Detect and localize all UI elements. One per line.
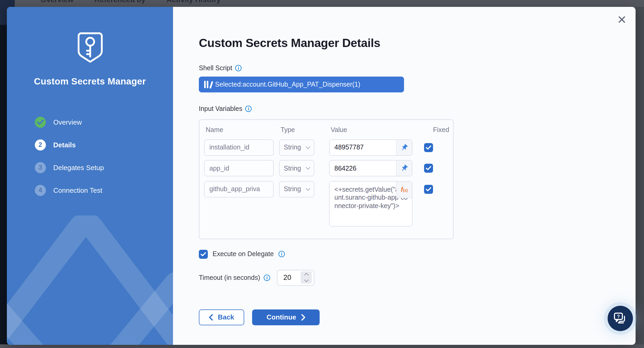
info-icon[interactable]: i [235,65,242,71]
variable-name-input[interactable]: github_app_priva [204,181,274,197]
sidebar-title: Custom Secrets Manager [7,76,173,87]
variable-value-input[interactable]: 48957787 [330,140,396,155]
timeout-row: Timeout (in seconds) i 20 [199,270,636,285]
tab-activity-history[interactable]: Activity History [167,0,221,4]
tab-referenced-by[interactable]: Referenced by [95,0,146,4]
shield-key-icon [74,31,106,64]
execute-on-delegate-label: Execute on Delegate [213,250,274,258]
step-label: Details [53,141,76,149]
step-number-badge: 4 [35,185,46,196]
variable-value-group: <+secrets.getValue("account.suranc-githu… [329,181,412,226]
step-complete-check-icon [35,116,46,128]
number-stepper[interactable] [301,271,312,284]
variable-value-input[interactable]: 864226 [330,161,396,176]
variable-type-select[interactable]: String [279,181,314,197]
shell-script-selected-value: Selected:account.GitHub_App_PAT_Dispense… [215,81,361,88]
background-bottom-bar [0,344,644,348]
help-chat-button[interactable]: ? [608,306,633,331]
timeout-label: Timeout (in seconds) [199,274,260,281]
tab-overview[interactable]: Overview [41,0,74,4]
step-label: Overview [53,118,82,126]
variable-type-select[interactable]: String [279,139,314,156]
table-row: installation_id String 48957787 [204,139,448,156]
svg-text:?: ? [617,314,620,319]
timeout-value: 20 [283,274,291,281]
step-label: Delegates Setup [53,163,104,171]
wizard-steps: Overview 2 Details 3 Delegates Setup 4 C… [35,116,173,196]
type-select-value: String [284,185,301,193]
type-select-value: String [284,164,301,172]
step-delegates-setup[interactable]: 3 Delegates Setup [35,162,173,173]
app-root: Overview Referenced by Activity History … [0,0,644,348]
fixed-checkbox[interactable] [424,164,433,173]
chevron-down-icon [306,144,310,149]
wizard-nav-buttons: Back Continue [199,309,636,325]
info-icon[interactable]: i [264,274,270,281]
column-header-type: Type [281,126,316,133]
column-header-name: Name [206,126,275,133]
input-variables-label: Input Variables [199,105,242,112]
close-icon[interactable] [618,15,626,23]
details-form: Custom Secrets Manager Details Shell Scr… [173,7,636,345]
variable-value-group: 48957787 [329,139,412,156]
chevron-right-icon [301,314,305,320]
type-select-value: String [284,144,301,151]
step-details[interactable]: 2 Details [35,139,173,150]
harness-logo-watermark [7,215,173,345]
variable-name-input[interactable]: app_id [204,160,274,176]
back-button[interactable]: Back [199,309,244,325]
execute-on-delegate-row: Execute on Delegate i [199,250,636,258]
continue-button[interactable]: Continue [252,309,320,325]
info-icon[interactable]: i [278,251,285,257]
pin-fixed-value-icon[interactable] [396,140,412,155]
execute-on-delegate-checkbox[interactable] [199,250,208,258]
background-right-strip [636,0,644,348]
variable-value-group: 864226 [329,160,412,176]
wizard-sidebar: Custom Secrets Manager Overview 2 Detail… [7,7,173,345]
pin-fixed-value-icon[interactable] [396,161,412,176]
variable-name-input[interactable]: installation_id [204,139,274,156]
custom-secrets-manager-modal: Custom Secrets Manager Overview 2 Detail… [7,7,636,345]
table-row: app_id String 864226 [204,160,448,176]
step-number-badge: 3 [35,162,46,173]
info-icon[interactable]: i [246,105,252,112]
shell-script-label: Shell Script [199,64,232,72]
page-title: Custom Secrets Manager Details [199,36,636,50]
chevron-left-icon [209,314,213,320]
screenshot-stage: Overview Referenced by Activity History … [0,0,644,348]
step-connection-test[interactable]: 4 Connection Test [35,185,173,196]
continue-button-label: Continue [267,313,296,321]
fixed-checkbox[interactable] [424,143,433,152]
variable-type-select[interactable]: String [279,160,314,176]
chat-question-icon: ? [613,312,627,325]
chevron-down-icon [306,186,310,191]
column-header-fixed: Fixed [433,126,440,133]
background-tabs: Overview Referenced by Activity History [41,0,221,4]
step-overview[interactable]: Overview [35,116,173,128]
table-row: github_app_priva String <+secrets.getVal… [204,181,448,226]
timeout-input[interactable]: 20 [277,270,315,285]
step-label: Connection Test [53,186,102,194]
column-header-value: Value [331,126,414,133]
table-header: Name Type Value Fixed [204,124,448,139]
fixed-checkbox[interactable] [424,185,433,194]
shell-script-selected-chip[interactable]: Selected:account.GitHub_App_PAT_Dispense… [199,76,404,92]
template-library-icon [204,81,211,88]
input-variables-table: Name Type Value Fixed installation_id St… [199,119,454,239]
chevron-down-icon [306,165,310,170]
expression-fx-icon[interactable]: f(x) [396,181,412,198]
background-header-bar: Overview Referenced by Activity History [0,0,644,7]
back-button-label: Back [218,313,234,321]
step-number-badge: 2 [35,139,46,150]
